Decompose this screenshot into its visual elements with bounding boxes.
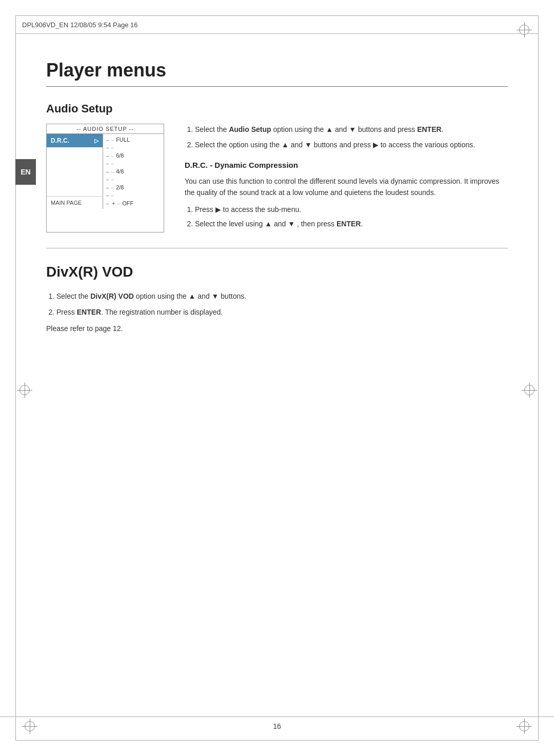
menu-option-off: – – bbox=[106, 192, 161, 199]
page-number: 16 bbox=[273, 722, 281, 730]
menu-option-28: – – bbox=[106, 176, 161, 183]
page-title: Player menus bbox=[46, 60, 508, 81]
divx-section: DivX(R) VOD Select the DivX(R) VOD optio… bbox=[46, 248, 508, 334]
menu-right-column: – – FULL – – – – 6/8 bbox=[103, 134, 164, 209]
menu-option-68b: – – 6/8 bbox=[106, 152, 161, 159]
menu-option-48: – – bbox=[106, 160, 161, 167]
menu-main-page: MAIN PAGE bbox=[47, 196, 103, 209]
menu-left-column: D.R.C. ▷ MAIN PAGE bbox=[47, 134, 103, 209]
menu-content: D.R.C. ▷ MAIN PAGE – – FULL – bbox=[47, 134, 164, 209]
header-file-info: DPL906VD_EN 12/08/05 9:54 Page 16 bbox=[22, 21, 138, 29]
crosshair-top-right bbox=[519, 25, 529, 35]
menu-option-68: – – bbox=[106, 144, 161, 151]
menu-option-full: – – FULL bbox=[106, 136, 161, 143]
menu-option-off2: – ✦ – OFF bbox=[106, 200, 161, 207]
drc-section: D.R.C. - Dynamic Compression You can use… bbox=[185, 159, 508, 230]
page-footer: 16 bbox=[0, 716, 554, 730]
divx-note: Please refer to page 12. bbox=[46, 323, 508, 334]
audio-setup-bold: Audio Setup bbox=[229, 125, 271, 133]
main-content: Player menus Audio Setup -- AUDIO SETUP … bbox=[15, 34, 539, 741]
crosshair-bot-left bbox=[25, 721, 35, 731]
audio-instruction-1: Select the Audio Setup option using the … bbox=[195, 124, 508, 135]
audio-setup-content: -- AUDIO SETUP -- D.R.C. ▷ MAIN PAGE – bbox=[46, 124, 508, 232]
menu-option-28b: – – 2/8 bbox=[106, 184, 161, 191]
enter-bold-2: ENTER bbox=[337, 220, 361, 228]
audio-setup-instructions: Select the Audio Setup option using the … bbox=[185, 124, 508, 232]
drc-title: D.R.C. - Dynamic Compression bbox=[185, 159, 508, 171]
audio-instructions-list: Select the Audio Setup option using the … bbox=[185, 124, 508, 151]
divx-instructions: Select the DivX(R) VOD option using the … bbox=[46, 290, 508, 334]
menu-header: -- AUDIO SETUP -- bbox=[47, 124, 164, 134]
divx-instruction-2: Press ENTER. The registration number is … bbox=[56, 306, 508, 318]
divx-list: Select the DivX(R) VOD option using the … bbox=[46, 290, 508, 318]
en-tab: EN bbox=[15, 159, 36, 185]
divx-instruction-1: Select the DivX(R) VOD option using the … bbox=[56, 290, 508, 302]
crosshair-mid-left bbox=[19, 385, 30, 395]
crosshair-bot-right bbox=[519, 721, 529, 731]
enter-bold-1: ENTER bbox=[417, 125, 441, 133]
divx-bold: DivX(R) VOD bbox=[90, 292, 134, 300]
divx-title: DivX(R) VOD bbox=[46, 264, 508, 280]
drc-step-2: Select the level using ▲ and ▼ , then pr… bbox=[195, 218, 508, 229]
drc-arrow: ▷ bbox=[94, 138, 98, 144]
audio-setup-title: Audio Setup bbox=[46, 102, 508, 115]
drc-label: D.R.C. bbox=[51, 137, 69, 144]
audio-setup-section: Audio Setup -- AUDIO SETUP -- D.R.C. ▷ M… bbox=[46, 102, 508, 232]
crosshair-mid-right bbox=[524, 385, 535, 395]
menu-option-48b: – – 4/8 bbox=[106, 168, 161, 175]
drc-steps-list: Press ▶ to access the sub-menu. Select t… bbox=[185, 204, 508, 230]
title-rule bbox=[46, 86, 508, 87]
enter-bold-3: ENTER bbox=[77, 308, 101, 316]
drc-body: You can use this function to control the… bbox=[185, 176, 508, 199]
audio-instruction-2: Select the option using the ▲ and ▼ butt… bbox=[195, 139, 508, 150]
audio-setup-menu: -- AUDIO SETUP -- D.R.C. ▷ MAIN PAGE – bbox=[46, 124, 164, 232]
drc-steps: Press ▶ to access the sub-menu. Select t… bbox=[185, 204, 508, 230]
drc-step-1: Press ▶ to access the sub-menu. bbox=[195, 204, 508, 215]
header-bar: DPL906VD_EN 12/08/05 9:54 Page 16 bbox=[15, 15, 539, 34]
menu-drc-row: D.R.C. ▷ bbox=[47, 134, 103, 147]
